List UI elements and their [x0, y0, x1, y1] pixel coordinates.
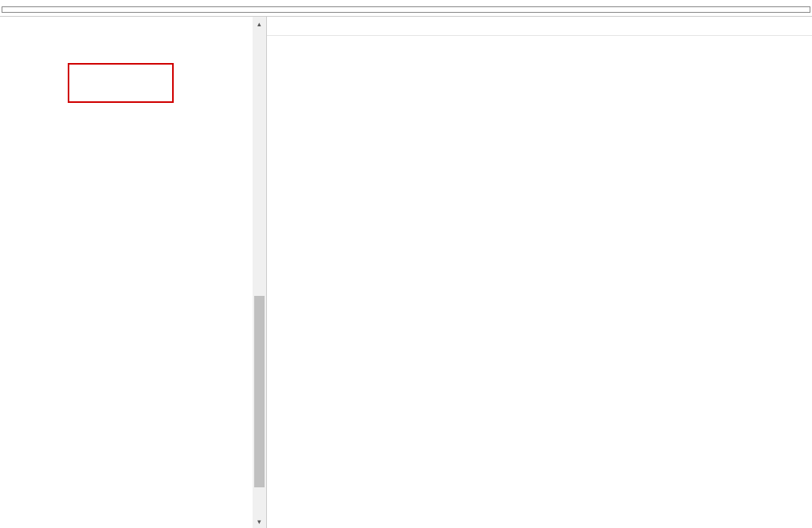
address-bar[interactable]: [2, 6, 810, 13]
column-header-type[interactable]: [386, 17, 506, 35]
scrollbar-down-icon[interactable]: ▾: [253, 514, 266, 528]
scrollbar-up-icon[interactable]: ▴: [253, 17, 266, 30]
highlight-annotation: [68, 63, 174, 103]
menubar: [0, 0, 812, 6]
main-panes: ▴ ▾: [0, 16, 812, 528]
tree-pane: ▴ ▾: [0, 17, 267, 528]
values-header: [267, 17, 812, 36]
values-pane: [267, 17, 812, 528]
column-header-data[interactable]: [506, 17, 812, 35]
tree-scroll-area[interactable]: [0, 17, 253, 528]
tree-scrollbar[interactable]: ▴ ▾: [253, 17, 266, 528]
column-header-name[interactable]: [267, 17, 386, 35]
scrollbar-thumb[interactable]: [254, 296, 265, 487]
